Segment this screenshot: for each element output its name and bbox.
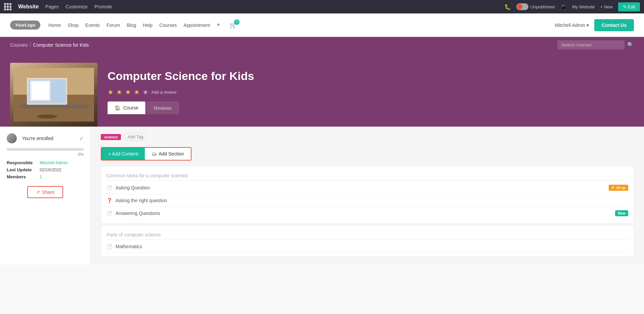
admin-nav-promote[interactable]: Promote bbox=[94, 4, 112, 9]
item-question-icon: ❓ bbox=[106, 198, 112, 203]
content-area-2: Parts of computer science 📄 Mathematics bbox=[101, 225, 634, 257]
progress-bar-wrap: 0% bbox=[7, 148, 84, 151]
course-item-4-left: 📄 Mathematics bbox=[106, 244, 142, 249]
star-4: ★ bbox=[134, 88, 140, 96]
tab-home-icon: 🏠 bbox=[115, 105, 120, 110]
share-btn-wrap: ↗ Share bbox=[7, 186, 84, 198]
enrolled-label: You're enrolled bbox=[22, 136, 53, 141]
star-2: ★ bbox=[116, 88, 122, 96]
contact-us-button[interactable]: Contact Us bbox=[594, 19, 634, 31]
section-header-1: Common tasks for a computer scientist bbox=[106, 170, 628, 181]
site-logo[interactable]: YourLogo bbox=[10, 20, 40, 30]
user-menu[interactable]: Mitchell Admin ▾ bbox=[555, 23, 589, 28]
course-hero-image bbox=[13, 68, 94, 122]
add-section-button[interactable]: 🗂 Add Section bbox=[145, 148, 191, 160]
admin-bar: Website Pages Customize Promote 🐛 Unpubl… bbox=[0, 0, 644, 13]
site-nav-right: Mitchell Admin ▾ Contact Us bbox=[555, 19, 634, 31]
nav-home[interactable]: Home bbox=[48, 23, 61, 28]
meta-members-value[interactable]: 1 bbox=[40, 174, 42, 179]
nav-appointment[interactable]: Appointment bbox=[183, 23, 210, 28]
add-nav-item-icon[interactable]: + bbox=[217, 21, 220, 29]
publish-toggle-wrap: Unpublished bbox=[516, 3, 555, 10]
progress-percentage: 0% bbox=[78, 152, 84, 157]
mobile-preview-icon[interactable]: 📱 bbox=[560, 4, 567, 10]
breadcrumb-separator: / bbox=[30, 42, 31, 48]
share-label: Share bbox=[42, 189, 54, 195]
unpublished-label: Unpublished bbox=[530, 4, 555, 9]
grid-menu-icon[interactable] bbox=[4, 3, 11, 10]
publish-toggle[interactable] bbox=[516, 3, 528, 10]
course-item-1-label[interactable]: Asking Question bbox=[116, 185, 150, 190]
item-doc-icon-4: 📄 bbox=[106, 244, 112, 249]
breadcrumb-current: Computer Science for Kids bbox=[33, 42, 89, 48]
course-item-4-label[interactable]: Mathematics bbox=[116, 244, 142, 249]
meta-members: Members 1 bbox=[7, 174, 84, 179]
add-tag-button[interactable]: Add Tag bbox=[124, 133, 146, 140]
main-content: You're enrolled ✓ 0% Responsible Mitchel… bbox=[0, 127, 644, 265]
user-dropdown-icon: ▾ bbox=[587, 23, 589, 28]
enrolled-avatar bbox=[7, 133, 17, 143]
course-item-4: 📄 Mathematics bbox=[106, 240, 628, 253]
course-item-3-label[interactable]: Answering Questions bbox=[116, 211, 160, 216]
meta-last-update-value: 02/16/2022 bbox=[40, 167, 61, 172]
breadcrumb-bar: Courses / Computer Science for Kids 🔍 bbox=[0, 37, 644, 53]
progress-bar-background bbox=[7, 148, 84, 151]
course-item-1-left: 📄 Asking Question bbox=[106, 185, 150, 190]
breadcrumb: Courses / Computer Science for Kids bbox=[10, 42, 89, 48]
search-courses-input[interactable] bbox=[557, 40, 625, 49]
share-icon: ↗ bbox=[36, 189, 40, 195]
tab-reviews-label: Reviews bbox=[154, 105, 172, 111]
tab-course[interactable]: 🏠 Course bbox=[108, 101, 145, 114]
breadcrumb-parent[interactable]: Courses bbox=[10, 42, 28, 48]
admin-brand[interactable]: Website bbox=[18, 4, 39, 10]
site-navigation: YourLogo Home Shop Events Forum Blog Hel… bbox=[0, 13, 644, 37]
admin-nav-customize[interactable]: Customize bbox=[66, 4, 88, 9]
admin-nav-pages[interactable]: Pages bbox=[45, 4, 59, 9]
enrolled-row: You're enrolled ✓ bbox=[7, 133, 84, 143]
search-courses-button[interactable]: 🔍 bbox=[627, 42, 634, 48]
course-sidebar: You're enrolled ✓ 0% Responsible Mitchel… bbox=[0, 127, 91, 265]
site-nav-links: Home Shop Events Forum Blog Help Courses… bbox=[48, 21, 220, 29]
nav-blog[interactable]: Blog bbox=[127, 23, 136, 28]
logo-text: YourLogo bbox=[15, 23, 36, 28]
tab-reviews[interactable]: Reviews bbox=[147, 102, 179, 114]
star-5: ★ bbox=[142, 88, 148, 96]
star-3: ★ bbox=[125, 88, 131, 96]
course-item-3: 📄 Answering Questions New bbox=[106, 207, 628, 220]
enrolled-check-icon: ✓ bbox=[79, 135, 84, 142]
add-review-link[interactable]: Add a review bbox=[151, 90, 176, 95]
star-1: ★ bbox=[108, 88, 114, 96]
tag-science[interactable]: science bbox=[101, 134, 121, 140]
course-item-1: 📄 Asking Question 🏳 10 xp bbox=[106, 181, 628, 194]
cart-badge: 0 bbox=[234, 19, 240, 25]
nav-help[interactable]: Help bbox=[143, 23, 153, 28]
content-area: Common tasks for a computer scientist 📄 … bbox=[101, 166, 634, 224]
share-button[interactable]: ↗ Share bbox=[27, 186, 63, 198]
meta-responsible: Responsible Mitchell Admin bbox=[7, 160, 84, 165]
course-content-panel: science Add Tag + Add Content 🗂 Add Sect… bbox=[91, 127, 644, 265]
svg-rect-6 bbox=[20, 105, 87, 108]
nav-shop[interactable]: Shop bbox=[68, 23, 79, 28]
nav-courses[interactable]: Courses bbox=[159, 23, 177, 28]
my-website-dropdown[interactable]: My Website bbox=[572, 4, 595, 9]
course-title: Computer Science for Kids bbox=[108, 70, 624, 83]
bug-icon[interactable]: 🐛 bbox=[504, 4, 511, 10]
add-content-button[interactable]: + Add Content bbox=[101, 148, 145, 160]
course-tabs: 🏠 Course Reviews bbox=[108, 101, 624, 114]
user-name: Mitchell Admin bbox=[555, 23, 585, 28]
new-button[interactable]: + New bbox=[600, 4, 613, 9]
search-courses-wrap: 🔍 bbox=[557, 40, 634, 49]
meta-members-label: Members bbox=[7, 174, 37, 179]
nav-events[interactable]: Events bbox=[85, 23, 100, 28]
course-item-2-label[interactable]: Asking the right question bbox=[116, 198, 167, 203]
edit-button[interactable]: ✎ Edit bbox=[618, 2, 640, 11]
section-header-2: Parts of computer science bbox=[106, 229, 628, 240]
meta-responsible-value[interactable]: Mitchell Admin bbox=[40, 160, 68, 165]
course-meta: Responsible Mitchell Admin Last Update 0… bbox=[7, 160, 84, 179]
course-item-3-left: 📄 Answering Questions bbox=[106, 211, 160, 216]
add-section-label: Add Section bbox=[159, 151, 184, 156]
course-hero-info: Computer Science for Kids ★ ★ ★ ★ ★ Add … bbox=[97, 63, 634, 127]
nav-forum[interactable]: Forum bbox=[106, 23, 120, 28]
meta-last-update: Last Update 02/16/2022 bbox=[7, 167, 84, 172]
cart-icon[interactable]: 🛒 0 bbox=[229, 21, 237, 29]
